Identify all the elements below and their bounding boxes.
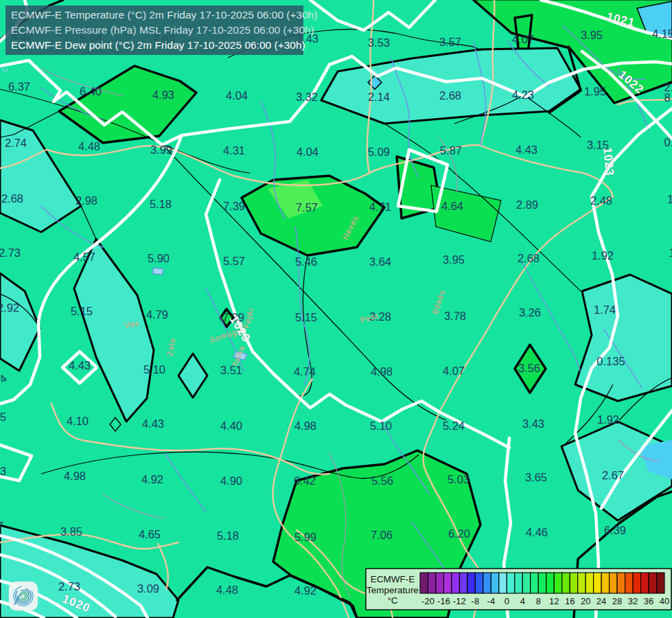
legend-color-cell xyxy=(522,573,530,593)
legend-color-cell xyxy=(420,573,428,593)
station-value-fragment: 0.3 xyxy=(664,136,672,148)
station-value: 3.78 xyxy=(444,310,466,322)
station-value-fragment: 8 xyxy=(664,91,670,104)
station-value: 2.89 xyxy=(516,198,538,211)
station-value: 4.64 xyxy=(441,200,463,212)
legend-color-cell xyxy=(499,573,507,593)
legend-tick-label: 0 xyxy=(505,596,509,606)
legend-tick-label: 12 xyxy=(549,596,559,606)
station-value: 3.53 xyxy=(368,36,390,49)
legend-tick-label: 40 xyxy=(660,596,669,606)
station-value: 3.09 xyxy=(137,582,159,595)
legend-color-cell xyxy=(436,573,443,593)
legend-tick-label: 28 xyxy=(612,596,622,606)
legend-title-line: °C xyxy=(387,595,397,606)
station-value: 1.92 xyxy=(597,413,619,426)
station-value: 5.15 xyxy=(295,311,317,323)
station-value: 4.65 xyxy=(139,528,161,540)
station-value: 4.48 xyxy=(78,140,100,152)
legend-tick-label: -20 xyxy=(421,596,435,606)
station-value: 6.42 xyxy=(294,474,316,487)
legend-color-cell xyxy=(554,573,561,593)
legend-color-cell xyxy=(601,573,609,593)
station-value: 2.67 xyxy=(602,469,624,481)
legend-tick-label: 16 xyxy=(565,596,575,606)
legend-color-cell xyxy=(649,573,656,593)
legend-color-cell xyxy=(586,573,593,593)
station-value: 5.03 xyxy=(448,473,470,485)
station-value: 4.07 xyxy=(443,365,465,377)
station-value: 2.73 xyxy=(58,580,80,593)
station-value: 4.46 xyxy=(526,526,548,538)
station-value: 2.14 xyxy=(368,91,390,103)
station-value: 3.26 xyxy=(519,306,541,319)
station-value: 1.95 xyxy=(584,85,606,98)
legend-tick-label: 32 xyxy=(628,596,638,606)
station-value: 5.09 xyxy=(368,146,390,158)
station-value: 4.71 xyxy=(369,201,391,213)
legend-color-cell xyxy=(491,573,498,593)
station-value: 1.92 xyxy=(592,249,614,262)
legend-color-cell xyxy=(538,573,546,593)
station-value: 4.43 xyxy=(69,359,91,371)
station-value: 4.92 xyxy=(294,584,316,597)
isobar-label: 1023 xyxy=(601,147,616,176)
station-value: 3.56 xyxy=(518,362,540,374)
station-value: 2.74 xyxy=(5,137,27,149)
station-value: 4.23 xyxy=(512,89,534,101)
legend-title-line: ECMWF-E xyxy=(371,574,415,584)
station-value: 4.48 xyxy=(216,584,238,596)
legend-color-cell xyxy=(578,573,586,593)
legend-color-cell xyxy=(625,573,633,593)
station-value: 4.74 xyxy=(294,365,316,378)
station-value: 4.92 xyxy=(141,473,163,485)
legend-color-cell xyxy=(641,573,649,593)
station-value: 2.68 xyxy=(518,252,540,264)
station-value: 3.99 xyxy=(150,144,172,156)
legend-color-cell xyxy=(452,573,459,593)
station-value: 5.10 xyxy=(370,420,392,432)
station-value: 3.57 xyxy=(439,36,461,48)
river-labels: ka xyxy=(1,66,8,73)
station-value: 5.90 xyxy=(148,252,170,264)
legend-color-cell xyxy=(443,573,451,593)
station-value: 4.43 xyxy=(142,417,164,430)
title-pressure: ECMWF-E Pressure (hPa) MSL Friday 17-10-… xyxy=(11,24,314,36)
station-value: 7.06 xyxy=(371,529,393,541)
station-value: 2.73 xyxy=(0,247,21,259)
station-value: 4.57 xyxy=(73,251,95,263)
station-value: 5.57 xyxy=(223,255,245,267)
legend-color-cell xyxy=(467,573,475,593)
station-value: 6.37 xyxy=(8,80,30,93)
station-value: 4.04 xyxy=(226,89,248,102)
title-temperature: ECMWF-E Temperature (°C) 2m Friday 17-10… xyxy=(11,9,318,21)
station-value: 5.15 xyxy=(71,305,93,317)
spiral-weather-logo xyxy=(9,582,38,610)
weather-map-app: ka 4.325.645.993.433.533.574.073.954.156… xyxy=(0,0,672,618)
station-value-fragment: 7 xyxy=(0,520,3,532)
legend-color-cell xyxy=(428,573,435,593)
legend-color-cell xyxy=(617,573,625,593)
station-value: 4.10 xyxy=(67,415,89,427)
legend-color-cell xyxy=(570,573,577,593)
station-value-fragment: 1. xyxy=(667,193,672,205)
legend-color-cell xyxy=(546,573,554,593)
legend-color-cell xyxy=(515,573,522,593)
station-value: 1.74 xyxy=(594,304,616,316)
legend-tick-label: -16 xyxy=(437,596,450,606)
legend-color-cell xyxy=(657,573,664,593)
station-value: 5.56 xyxy=(371,474,393,487)
legend-tick-label: 24 xyxy=(596,596,606,606)
station-value: 5.10 xyxy=(143,363,165,376)
station-value: 5.46 xyxy=(295,255,317,268)
station-value: 4.93 xyxy=(152,89,174,101)
legend-tick-label: -4 xyxy=(487,596,496,606)
station-value: 3.95 xyxy=(581,29,603,41)
station-value: 0.135 xyxy=(596,355,625,367)
legend-color-cell xyxy=(475,573,483,593)
station-value: 4.43 xyxy=(515,144,537,156)
river-label: ka xyxy=(1,66,8,73)
station-value: 2.68 xyxy=(439,89,461,102)
station-value: 4.04 xyxy=(297,146,318,158)
legend-tick-label: -12 xyxy=(453,596,466,606)
